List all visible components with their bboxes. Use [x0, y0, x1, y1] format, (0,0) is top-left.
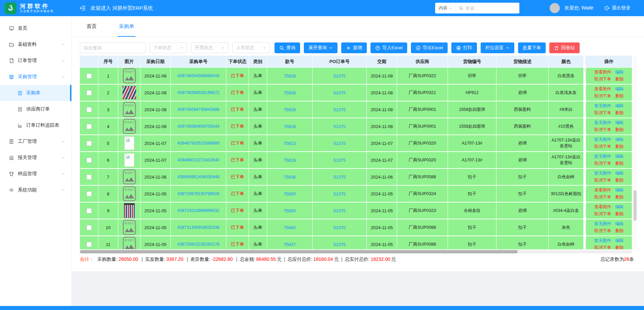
tab-home[interactable]: 首页	[85, 16, 98, 37]
delete-link[interactable]: 删除	[615, 127, 624, 133]
po-no-link[interactable]: 51375	[333, 73, 346, 79]
purchase-no-link[interactable]: 438731340918030336	[177, 225, 219, 230]
sidebar-item-base-data[interactable]: 基础资料	[0, 36, 71, 53]
delete-link[interactable]: 删除	[615, 228, 624, 234]
attachment-link[interactable]: 暂无附件	[594, 137, 611, 143]
attachment-link[interactable]: 查看附件	[594, 69, 611, 75]
export-excel-button[interactable]: 导出Excel	[411, 42, 448, 53]
logout-button[interactable]: 退出登录	[604, 5, 631, 11]
purchase-no-link[interactable]: 439745084699705344	[177, 124, 219, 129]
cancel-order-link[interactable]: 取消下单	[594, 110, 611, 116]
attachment-link[interactable]: 暂无附件	[594, 170, 611, 176]
import-excel-button[interactable]: 导入Excel	[371, 42, 407, 53]
row-checkbox[interactable]	[87, 191, 92, 196]
attachment-link[interactable]: 暂无附件	[594, 154, 611, 159]
attachment-link[interactable]: 查看附件	[594, 204, 611, 210]
search-input[interactable]	[463, 6, 519, 11]
delete-link[interactable]: 删除	[615, 93, 624, 99]
stockin-status-select[interactable]: 入库状态	[232, 42, 270, 53]
row-checkbox[interactable]	[87, 141, 92, 146]
style-no-link[interactable]: 75840	[284, 225, 296, 230]
style-no-link[interactable]: 75836	[284, 175, 296, 180]
vertical-scrollbar[interactable]	[634, 56, 637, 250]
edit-link[interactable]: 编辑	[615, 86, 624, 92]
purchase-no-link[interactable]: 438719578193788928	[177, 191, 219, 197]
sidebar-item-factory-mgmt[interactable]: 工厂管理	[0, 133, 71, 150]
row-checkbox[interactable]	[87, 175, 92, 180]
purchase-no-link[interactable]: 439746254566588416	[177, 73, 219, 79]
cancel-order-link[interactable]: 取消下单	[594, 161, 611, 166]
purchase-no-link[interactable]: 439745084745842688	[177, 107, 219, 113]
add-button[interactable]: 新增	[341, 42, 367, 53]
recycle-bin-button[interactable]: 回收站	[549, 42, 580, 53]
cancel-order-link[interactable]: 取消下单	[594, 144, 611, 150]
style-no-link[interactable]: 75828	[284, 73, 296, 79]
po-no-link[interactable]: 51375	[333, 208, 346, 213]
column-settings-button[interactable]: 栏位设置	[481, 42, 514, 53]
sidebar-item-order-mgmt[interactable]: 订单管理	[0, 53, 71, 69]
expand-search-button[interactable]: 展开查询	[304, 42, 337, 53]
batch-order-button[interactable]: 批量下单	[518, 42, 546, 53]
sidebar-item-system-func[interactable]: 系统功能	[0, 182, 71, 198]
style-no-link[interactable]: 75828	[284, 124, 296, 129]
purchase-no-link[interactable]: 439468013272432640	[177, 157, 219, 163]
style-no-link[interactable]: 75830	[284, 208, 296, 213]
combined-query-input[interactable]	[80, 42, 146, 53]
row-checkbox[interactable]	[87, 73, 92, 79]
delete-link[interactable]: 删除	[615, 194, 624, 200]
attachment-link[interactable]: 暂无附件	[594, 238, 611, 244]
sidebar-item-home[interactable]: 首页	[0, 20, 71, 36]
sidebar-collapse-icon[interactable]	[79, 5, 86, 11]
cancel-order-link[interactable]: 取消下单	[594, 228, 611, 234]
row-checkbox[interactable]	[87, 107, 92, 112]
user-avatar[interactable]	[550, 3, 560, 13]
po-no-link[interactable]: 51375	[333, 191, 346, 196]
delete-link[interactable]: 删除	[615, 211, 624, 217]
product-photo[interactable]	[124, 203, 135, 218]
row-checkbox[interactable]	[87, 242, 92, 247]
attachment-link[interactable]: 暂无附件	[594, 221, 611, 227]
sidebar-subitem-purchase-order[interactable]: 采购单	[0, 85, 71, 101]
row-checkbox[interactable]	[87, 225, 92, 230]
order-status-select[interactable]: 下单状态	[150, 42, 187, 53]
purchase-no-link[interactable]: 439736398535196672	[177, 90, 219, 96]
delete-link[interactable]: 删除	[615, 144, 624, 150]
search-button[interactable]: 查询	[275, 42, 300, 53]
purchase-no-link[interactable]: 438719318989996032	[177, 208, 219, 214]
po-no-link[interactable]: 51375	[333, 225, 346, 230]
edit-link[interactable]: 编辑	[615, 238, 624, 244]
delete-link[interactable]: 删除	[615, 245, 624, 249]
vertical-scrollbar-thumb[interactable]	[634, 190, 637, 221]
po-no-link[interactable]: 51375	[333, 141, 346, 146]
search-category-dropdown[interactable]: 内容	[435, 3, 456, 13]
style-no-link[interactable]: 75816	[284, 158, 296, 163]
po-no-link[interactable]: 51375	[333, 124, 346, 129]
row-checkbox[interactable]	[87, 158, 92, 163]
edit-link[interactable]: 编辑	[615, 187, 624, 193]
po-no-link[interactable]: 51375	[333, 90, 346, 95]
style-no-link[interactable]: 75836	[284, 90, 296, 95]
cancel-order-link[interactable]: 取消下单	[594, 194, 611, 200]
row-checkbox[interactable]	[87, 90, 92, 95]
attachment-link[interactable]: 暂无附件	[594, 103, 611, 109]
po-no-link[interactable]: 51375	[333, 175, 346, 180]
style-no-link[interactable]: 75828	[284, 107, 296, 112]
style-no-link[interactable]: 75837	[284, 242, 296, 247]
style-no-link[interactable]: 75823	[284, 141, 296, 146]
edit-link[interactable]: 编辑	[615, 204, 624, 210]
delete-link[interactable]: 删除	[615, 76, 624, 82]
cancel-order-link[interactable]: 取消下单	[594, 76, 611, 82]
horizontal-scrollbar-thumb[interactable]	[80, 250, 518, 253]
style-no-link[interactable]: 75830	[284, 191, 296, 196]
row-checkbox[interactable]	[87, 208, 92, 213]
cancel-order-link[interactable]: 取消下单	[594, 211, 611, 217]
sidebar-subitem-supplier-order[interactable]: 供应商订单	[0, 101, 71, 117]
purchase-no-link[interactable]: 438726915235250176	[177, 242, 219, 247]
delete-link[interactable]: 删除	[615, 110, 624, 116]
purchase-no-link[interactable]: 439089951406030848	[177, 174, 219, 180]
attachment-link[interactable]: 查看附件	[594, 86, 611, 92]
print-button[interactable]: 打印	[451, 42, 477, 53]
cancel-order-link[interactable]: 取消下单	[594, 93, 611, 99]
edit-link[interactable]: 编辑	[615, 170, 624, 176]
po-no-link[interactable]: 51375	[333, 242, 346, 247]
